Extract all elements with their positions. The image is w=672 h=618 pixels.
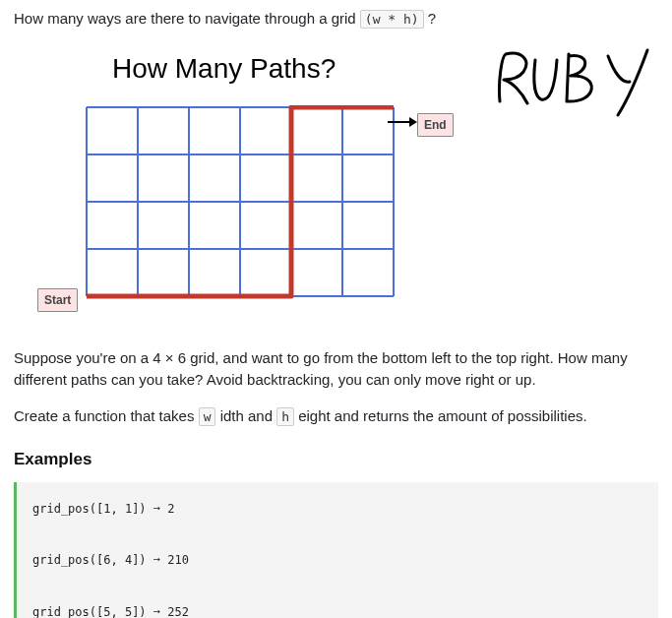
intro-text: How many ways are there to navigate thro…	[14, 10, 360, 27]
inline-code-wh: (w * h)	[360, 10, 424, 29]
inline-code-w: w	[199, 407, 216, 426]
task-mid2: eight and returns the amount of possibil…	[298, 407, 587, 424]
examples-heading: Examples	[14, 447, 658, 472]
ruby-handwriting	[492, 42, 664, 121]
end-label: End	[417, 113, 454, 137]
figure-container: How Many Paths?	[14, 44, 658, 330]
task-paragraph: Create a function that takes w idth and …	[14, 405, 658, 428]
end-arrow-icon	[388, 115, 417, 129]
svg-marker-13	[409, 117, 417, 127]
inline-code-h: h	[276, 407, 294, 426]
grid-svg	[73, 105, 407, 308]
task-mid1: idth and	[220, 407, 277, 424]
task-prefix: Create a function that takes	[14, 407, 199, 424]
start-label: Start	[37, 288, 78, 312]
intro-suffix: ?	[428, 10, 436, 27]
grid-stage: Start End	[24, 44, 476, 330]
intro-paragraph: How many ways are there to navigate thro…	[14, 8, 658, 31]
examples-code-block: grid_pos([1, 1]) ➞ 2 grid_pos([6, 4]) ➞ …	[14, 482, 658, 619]
description-paragraph: Suppose you're on a 4 × 6 grid, and want…	[14, 347, 658, 392]
